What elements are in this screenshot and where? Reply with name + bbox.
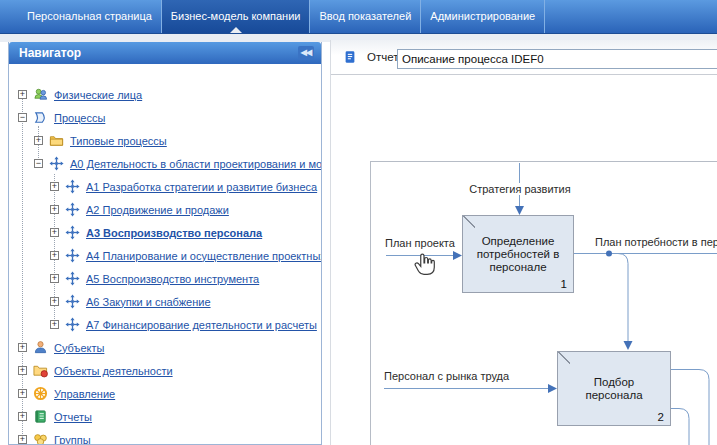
navigator-title: Навигатор bbox=[19, 46, 81, 60]
tree-item-label[interactable]: А2 Продвижение и продажи bbox=[86, 204, 229, 216]
tree-item-reports[interactable]: + Отчеты bbox=[9, 405, 321, 428]
expand-toggle-icon[interactable]: + bbox=[50, 320, 59, 329]
tree-item-a3-selected[interactable]: + А3 Воспроизводство персонала bbox=[9, 221, 321, 244]
box-fold-mark bbox=[558, 352, 570, 364]
active-tab-notch bbox=[230, 27, 242, 33]
tree-item-label[interactable]: Группы bbox=[54, 434, 91, 445]
activity-icon bbox=[65, 271, 80, 286]
tree-item-a1[interactable]: + А1 Разработка стратегии и развитие биз… bbox=[9, 175, 321, 198]
report-name-input[interactable] bbox=[397, 49, 717, 69]
expand-toggle-icon[interactable]: + bbox=[50, 251, 59, 260]
topbar-spacer bbox=[0, 0, 18, 33]
person-icon bbox=[33, 340, 48, 355]
tree-item-groups[interactable]: + Группы bbox=[9, 428, 321, 445]
tree-item-label[interactable]: А6 Закупки и снабжение bbox=[86, 296, 211, 308]
tree-item-label[interactable]: Процессы bbox=[54, 112, 105, 124]
activity-icon bbox=[65, 179, 80, 194]
book-icon bbox=[33, 409, 48, 424]
tree-item-label[interactable]: Субъекты bbox=[54, 342, 104, 354]
activity-icon bbox=[65, 294, 80, 309]
tree-item-a7[interactable]: + А7 Финансирование деятельности и расче… bbox=[9, 313, 321, 336]
expand-toggle-icon[interactable]: + bbox=[50, 297, 59, 306]
report-document-icon bbox=[343, 49, 357, 65]
expand-toggle-icon[interactable]: + bbox=[34, 136, 43, 145]
tree-item-individuals[interactable]: + Физические лица bbox=[9, 83, 321, 106]
tree-item-activity-objects[interactable]: + Объекты деятельности bbox=[9, 359, 321, 382]
tree-item-label[interactable]: А1 Разработка стратегии и развитие бизне… bbox=[86, 181, 317, 193]
expand-toggle-icon[interactable]: + bbox=[18, 389, 27, 398]
folder-red-ball-icon bbox=[33, 363, 48, 378]
tree-item-label[interactable]: Отчеты bbox=[54, 411, 92, 423]
hand-pointer-cursor-icon bbox=[411, 251, 437, 277]
process-icon bbox=[33, 110, 48, 125]
coins-icon bbox=[33, 432, 48, 445]
tree-item-a5[interactable]: + А5 Воспроизводство инструмента bbox=[9, 267, 321, 290]
tree-item-a6[interactable]: + А6 Закупки и снабжение bbox=[9, 290, 321, 313]
tree-item-a2[interactable]: + А2 Продвижение и продажи bbox=[9, 198, 321, 221]
activity-icon bbox=[65, 202, 80, 217]
navigator-header: Навигатор ◀◀ bbox=[9, 42, 321, 64]
expand-toggle-icon[interactable]: + bbox=[18, 412, 27, 421]
wheel-icon bbox=[33, 386, 48, 401]
report-label: Отчет bbox=[367, 51, 399, 63]
tab-business-model-label: Бизнес-модель компании bbox=[171, 10, 301, 22]
tree-item-label[interactable]: А5 Воспроизводство инструмента bbox=[86, 273, 259, 285]
expand-toggle-icon[interactable]: + bbox=[18, 435, 27, 444]
idef0-diagram-canvas: Определение потребностей в персонале 1 П… bbox=[331, 75, 717, 445]
tree-item-a4[interactable]: + А4 Планирование и осуществление проект… bbox=[9, 244, 321, 267]
expand-toggle-icon[interactable]: + bbox=[50, 228, 59, 237]
arrow-label-labor-market-personnel[interactable]: Персонал с рынка труда bbox=[384, 370, 509, 382]
expand-toggle-icon[interactable]: + bbox=[18, 366, 27, 375]
expand-toggle-icon[interactable]: + bbox=[50, 274, 59, 283]
tree-item-label[interactable]: А4 Планирование и осуществление проектны… bbox=[86, 250, 321, 262]
folder-icon bbox=[49, 133, 64, 148]
tree-item-processes[interactable]: − Процессы bbox=[9, 106, 321, 129]
expand-toggle-icon[interactable]: − bbox=[34, 159, 43, 168]
tree-item-label[interactable]: Объекты деятельности bbox=[54, 365, 173, 377]
tree-item-label[interactable]: Управление bbox=[54, 388, 115, 400]
activity-icon bbox=[65, 225, 80, 240]
process-box-define-needs[interactable]: Определение потребностей в персонале 1 bbox=[462, 215, 574, 293]
process-box-number: 2 bbox=[658, 411, 664, 423]
process-box-title: Подбор персонала bbox=[558, 376, 670, 402]
navigator-tree: + Физические лица − Процессы + Типовые п… bbox=[9, 64, 321, 443]
tree-item-label[interactable]: А3 Воспроизводство персонала bbox=[86, 227, 262, 239]
process-box-number: 1 bbox=[561, 278, 567, 290]
collapse-panel-icon[interactable]: ◀◀ bbox=[298, 46, 314, 60]
tree-item-label[interactable]: Типовые процессы bbox=[70, 135, 167, 147]
tree-item-typical-processes[interactable]: + Типовые процессы bbox=[9, 129, 321, 152]
expand-toggle-icon[interactable]: − bbox=[18, 113, 27, 122]
box-fold-mark bbox=[463, 216, 475, 228]
tree-item-subjects[interactable]: + Субъекты bbox=[9, 336, 321, 359]
navigator-panel: Навигатор ◀◀ + Физические лица − Процесс… bbox=[8, 42, 322, 445]
arrow-label-strategy[interactable]: Стратегия развития bbox=[460, 183, 580, 195]
app-window: Персональная страница Бизнес-модель комп… bbox=[0, 0, 717, 445]
tab-personal-page[interactable]: Персональная страница bbox=[18, 0, 162, 33]
report-pane: Отчет bbox=[330, 40, 717, 445]
tree-item-a0[interactable]: − А0 Деятельность в области проектирован… bbox=[9, 152, 321, 175]
report-toolbar: Отчет bbox=[331, 40, 717, 75]
tab-business-model[interactable]: Бизнес-модель компании bbox=[162, 0, 311, 33]
activity-icon bbox=[65, 248, 80, 263]
activity-icon bbox=[65, 317, 80, 332]
tab-indicators-input[interactable]: Ввод показателей bbox=[310, 0, 421, 33]
tree-item-label[interactable]: А0 Деятельность в области проектирования… bbox=[70, 158, 321, 170]
tab-administration[interactable]: Администрирование bbox=[421, 0, 545, 33]
expand-toggle-icon[interactable]: + bbox=[50, 182, 59, 191]
expand-toggle-icon[interactable]: + bbox=[18, 90, 27, 99]
persons-icon bbox=[33, 87, 48, 102]
top-nav-bar: Персональная страница Бизнес-модель комп… bbox=[0, 0, 717, 34]
expand-toggle-icon[interactable]: + bbox=[50, 205, 59, 214]
tree-item-label[interactable]: Физические лица bbox=[54, 89, 142, 101]
arrow-label-personnel-need-plan[interactable]: План потребности в персон bbox=[595, 236, 717, 248]
process-box-title: Определение потребностей в персонале bbox=[463, 235, 573, 274]
tree-item-label[interactable]: А7 Финансирование деятельности и расчеты bbox=[86, 319, 317, 331]
tree-item-management[interactable]: + Управление bbox=[9, 382, 321, 405]
expand-toggle-icon[interactable]: + bbox=[18, 343, 27, 352]
process-box-recruitment[interactable]: Подбор персонала 2 bbox=[557, 351, 671, 426]
activity-icon bbox=[49, 156, 64, 171]
arrow-label-project-plan[interactable]: План проекта bbox=[385, 237, 455, 249]
